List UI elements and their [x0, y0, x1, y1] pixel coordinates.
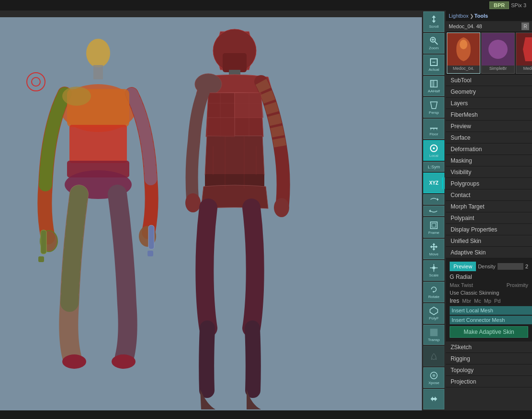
floor-button[interactable]: Floor — [423, 119, 444, 139]
scroll-button[interactable]: Scroll — [423, 11, 444, 32]
thumbnail-1[interactable]: SimpleBr — [481, 33, 515, 74]
frame-button[interactable]: Frame — [423, 217, 444, 238]
svg-point-22 — [185, 193, 201, 212]
canvas-area[interactable] — [0, 11, 422, 410]
pd-label: Pd — [494, 298, 500, 304]
local-button[interactable]: Local — [423, 140, 444, 161]
density-slider[interactable] — [498, 263, 523, 270]
max-twist-label: Max Twist — [450, 282, 473, 288]
menu-layers[interactable]: Layers — [446, 98, 532, 109]
figure-right — [172, 27, 297, 410]
menu-display-properties[interactable]: Display Properties — [446, 224, 532, 235]
top-bar: BPR SPix 3 — [0, 0, 532, 11]
svg-rect-17 — [223, 53, 247, 72]
tool-name-bar: Medoc_04. 48 R — [446, 21, 532, 32]
svg-marker-59 — [432, 291, 434, 293]
thumbnail-2[interactable]: Medoc_C — [516, 33, 532, 74]
insert-local-mesh-button[interactable]: Insert Local Mesh — [450, 306, 532, 315]
menu-unified-skin[interactable]: Unified Skin — [446, 235, 532, 247]
menu-preview[interactable]: Preview — [446, 121, 532, 132]
insert-connector-mesh-button[interactable]: Insert Connector Mesh — [450, 316, 532, 324]
svg-point-64 — [460, 40, 467, 49]
main-area: Scroll Zoom Actual AAHalf Persp Floor — [0, 11, 532, 410]
menu-visibility[interactable]: Visibility — [446, 166, 532, 178]
preview-button[interactable]: Preview — [450, 262, 476, 271]
thumbnail-2-label: Medoc_C — [516, 66, 532, 71]
actual-button[interactable]: Actual — [423, 55, 444, 75]
mbr-label: Mbr — [462, 298, 471, 304]
svg-rect-12 — [41, 230, 46, 254]
bpr-button[interactable]: BPR — [489, 1, 509, 9]
svg-marker-60 — [430, 307, 438, 315]
menu-rigging[interactable]: Rigging — [446, 353, 532, 364]
polyf-button[interactable]: PolyF — [423, 303, 444, 324]
thumbnail-0[interactable]: Medoc_04. — [447, 33, 480, 74]
menu-topology[interactable]: Topology — [446, 364, 532, 376]
svg-marker-50 — [437, 198, 439, 201]
svg-point-0 — [86, 39, 110, 67]
right-toolbar: Scroll Zoom Actual AAHalf Persp Floor — [422, 11, 446, 410]
ghost-button[interactable] — [423, 346, 444, 366]
menu-geometry[interactable]: Geometry — [446, 86, 532, 98]
svg-rect-42 — [430, 80, 434, 87]
menu-projection[interactable]: Projection — [446, 376, 532, 387]
solo-button[interactable]: Xpose — [423, 367, 444, 388]
aahalf-button[interactable]: AAHalf — [423, 76, 444, 97]
right-panel: Lightbox ❯ Tools Medoc_04. 48 R Medoc_04… — [446, 11, 532, 410]
ires-label: Ires — [450, 298, 459, 304]
svg-rect-14 — [148, 225, 154, 249]
rotate-button[interactable]: Rotate — [423, 282, 444, 302]
thumbnail-0-label: Medoc_04. — [447, 66, 480, 71]
menu-surface[interactable]: Surface — [446, 132, 532, 143]
panel-chevron: ❯ — [470, 13, 474, 19]
panel-menu[interactable]: SubTool Geometry Layers FiberMesh Previe… — [446, 75, 532, 410]
thumbnail-1-label: SimpleBr — [482, 66, 514, 71]
menu-masking[interactable]: Masking — [446, 155, 532, 166]
svg-rect-61 — [430, 329, 437, 336]
menu-subtool[interactable]: SubTool — [446, 75, 532, 86]
svg-point-8 — [62, 354, 86, 369]
menu-morph-target[interactable]: Morph Target — [446, 201, 532, 212]
svg-rect-13 — [38, 256, 44, 262]
rot1-button[interactable] — [423, 194, 444, 205]
g-radial-row: G Radial — [448, 273, 530, 281]
svg-point-4 — [62, 87, 91, 106]
move-button[interactable]: Move — [423, 239, 444, 259]
svg-rect-15 — [147, 251, 153, 256]
xpose-button[interactable] — [423, 389, 444, 409]
svg-rect-52 — [430, 222, 437, 229]
density-label: Density — [478, 264, 496, 269]
menu-fibermesh[interactable]: FiberMesh — [446, 109, 532, 121]
thumbnails-row: Medoc_04. SimpleBr Medoc_C — [446, 32, 532, 75]
figures-area[interactable] — [0, 17, 422, 410]
svg-point-49 — [433, 147, 435, 149]
scale-button[interactable]: Scale — [423, 260, 444, 281]
mc-label: Mc — [474, 298, 481, 304]
svg-point-63 — [432, 374, 435, 377]
tool-r-button[interactable]: R — [521, 22, 529, 30]
lsym-button[interactable]: L:Sym — [423, 162, 444, 172]
viewport-bar — [0, 11, 422, 17]
zoom-button[interactable]: Zoom — [423, 33, 444, 54]
proximity-label: Proximity — [507, 282, 528, 288]
transp-button[interactable]: Transp — [423, 325, 444, 345]
tools-link[interactable]: Tools — [475, 13, 488, 19]
rot2-button[interactable] — [423, 206, 444, 216]
menu-contact[interactable]: Contact — [446, 189, 532, 201]
menu-deformation[interactable]: Deformation — [446, 143, 532, 155]
g-radial-label: G Radial — [450, 274, 472, 280]
menu-polygroups[interactable]: Polygroups — [446, 178, 532, 189]
menu-polypaint[interactable]: Polypaint — [446, 212, 532, 224]
persp-button[interactable]: Persp — [423, 97, 444, 118]
panel-header: Lightbox ❯ Tools — [446, 11, 532, 21]
svg-rect-1 — [93, 65, 103, 79]
lightbox-link[interactable]: Lightbox — [449, 13, 469, 19]
xyz-button[interactable]: XYZ — [423, 173, 444, 193]
svg-rect-53 — [432, 223, 436, 227]
tool-name: Medoc_04. 48 — [449, 23, 482, 29]
menu-zsketch[interactable]: ZSketch — [446, 342, 532, 353]
menu-adaptive-skin[interactable]: Adaptive Skin — [446, 247, 532, 258]
spix-label: SPix 3 — [511, 2, 526, 8]
make-adaptive-skin-button[interactable]: Make Adaptive Skin — [450, 326, 528, 338]
classic-skin-label: Use Classic Skinning — [450, 290, 499, 296]
